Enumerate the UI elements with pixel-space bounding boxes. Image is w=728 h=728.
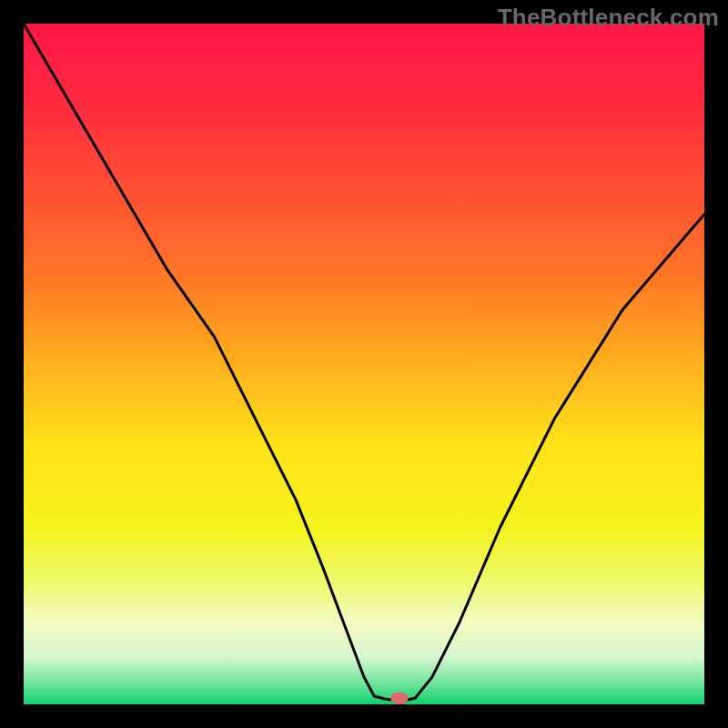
watermark-text: TheBottleneck.com: [498, 4, 719, 32]
chart-background-gradient: [24, 24, 704, 704]
chart-frame: TheBottleneck.com: [0, 0, 728, 728]
chart-plot-area: [24, 24, 704, 704]
chart-svg: [24, 24, 704, 704]
optimal-point-marker: [390, 693, 408, 704]
